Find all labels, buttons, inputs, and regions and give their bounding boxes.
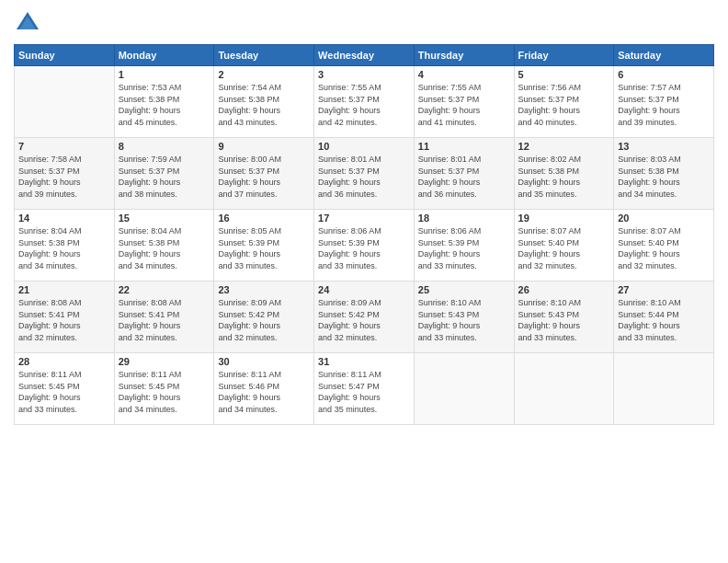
calendar-cell: 3Sunrise: 7:55 AM Sunset: 5:37 PM Daylig… bbox=[314, 66, 415, 138]
header-day: Wednesday bbox=[314, 45, 415, 66]
day-number: 4 bbox=[418, 69, 510, 80]
header-day: Sunday bbox=[15, 45, 115, 66]
calendar-cell: 8Sunrise: 7:59 AM Sunset: 5:37 PM Daylig… bbox=[114, 138, 214, 210]
day-info: Sunrise: 8:06 AM Sunset: 5:39 PM Dayligh… bbox=[418, 225, 510, 271]
header bbox=[14, 9, 714, 37]
calendar-cell: 6Sunrise: 7:57 AM Sunset: 5:37 PM Daylig… bbox=[614, 66, 714, 138]
calendar-cell: 2Sunrise: 7:54 AM Sunset: 5:38 PM Daylig… bbox=[214, 66, 314, 138]
day-info: Sunrise: 7:56 AM Sunset: 5:37 PM Dayligh… bbox=[518, 82, 610, 128]
calendar-cell bbox=[514, 353, 614, 425]
calendar-cell: 9Sunrise: 8:00 AM Sunset: 5:37 PM Daylig… bbox=[214, 138, 314, 210]
calendar-week-row: 28Sunrise: 8:11 AM Sunset: 5:45 PM Dayli… bbox=[15, 353, 714, 425]
day-number: 20 bbox=[618, 213, 710, 224]
day-number: 15 bbox=[119, 213, 210, 224]
day-info: Sunrise: 8:07 AM Sunset: 5:40 PM Dayligh… bbox=[618, 225, 710, 271]
day-number: 8 bbox=[119, 141, 210, 152]
calendar-cell: 27Sunrise: 8:10 AM Sunset: 5:44 PM Dayli… bbox=[614, 282, 714, 353]
calendar-cell: 7Sunrise: 7:58 AM Sunset: 5:37 PM Daylig… bbox=[15, 138, 115, 210]
day-number: 13 bbox=[618, 141, 710, 152]
day-info: Sunrise: 8:00 AM Sunset: 5:37 PM Dayligh… bbox=[218, 154, 310, 200]
day-number: 30 bbox=[218, 356, 310, 367]
day-number: 2 bbox=[218, 69, 310, 80]
calendar-week-row: 7Sunrise: 7:58 AM Sunset: 5:37 PM Daylig… bbox=[15, 138, 714, 210]
day-number: 22 bbox=[119, 284, 210, 295]
day-number: 24 bbox=[318, 284, 410, 295]
day-info: Sunrise: 8:03 AM Sunset: 5:38 PM Dayligh… bbox=[618, 154, 710, 200]
header-row: SundayMondayTuesdayWednesdayThursdayFrid… bbox=[15, 45, 714, 66]
day-number: 25 bbox=[418, 284, 510, 295]
day-number: 21 bbox=[18, 284, 110, 295]
calendar-cell: 4Sunrise: 7:55 AM Sunset: 5:37 PM Daylig… bbox=[414, 66, 514, 138]
day-info: Sunrise: 8:07 AM Sunset: 5:40 PM Dayligh… bbox=[518, 225, 610, 271]
day-number: 11 bbox=[418, 141, 510, 152]
day-info: Sunrise: 8:04 AM Sunset: 5:38 PM Dayligh… bbox=[119, 225, 210, 271]
calendar-cell: 5Sunrise: 7:56 AM Sunset: 5:37 PM Daylig… bbox=[514, 66, 614, 138]
day-info: Sunrise: 8:06 AM Sunset: 5:39 PM Dayligh… bbox=[318, 225, 410, 271]
calendar-week-row: 21Sunrise: 8:08 AM Sunset: 5:41 PM Dayli… bbox=[15, 282, 714, 353]
day-number: 14 bbox=[18, 213, 110, 224]
header-day: Saturday bbox=[614, 45, 714, 66]
day-info: Sunrise: 7:57 AM Sunset: 5:37 PM Dayligh… bbox=[618, 82, 710, 128]
calendar-cell: 18Sunrise: 8:06 AM Sunset: 5:39 PM Dayli… bbox=[414, 210, 514, 282]
calendar-cell: 10Sunrise: 8:01 AM Sunset: 5:37 PM Dayli… bbox=[314, 138, 415, 210]
header-day: Thursday bbox=[414, 45, 514, 66]
day-info: Sunrise: 8:11 AM Sunset: 5:47 PM Dayligh… bbox=[318, 369, 410, 415]
day-number: 26 bbox=[518, 284, 610, 295]
header-day: Friday bbox=[514, 45, 614, 66]
calendar-cell: 31Sunrise: 8:11 AM Sunset: 5:47 PM Dayli… bbox=[314, 353, 415, 425]
day-number: 17 bbox=[318, 213, 410, 224]
day-info: Sunrise: 7:58 AM Sunset: 5:37 PM Dayligh… bbox=[18, 154, 110, 200]
day-number: 5 bbox=[518, 69, 610, 80]
calendar-cell: 24Sunrise: 8:09 AM Sunset: 5:42 PM Dayli… bbox=[314, 282, 415, 353]
day-info: Sunrise: 7:55 AM Sunset: 5:37 PM Dayligh… bbox=[318, 82, 410, 128]
calendar-cell: 11Sunrise: 8:01 AM Sunset: 5:37 PM Dayli… bbox=[414, 138, 514, 210]
day-number: 23 bbox=[218, 284, 310, 295]
day-number: 12 bbox=[518, 141, 610, 152]
calendar-cell: 25Sunrise: 8:10 AM Sunset: 5:43 PM Dayli… bbox=[414, 282, 514, 353]
calendar-week-row: 1Sunrise: 7:53 AM Sunset: 5:38 PM Daylig… bbox=[15, 66, 714, 138]
calendar-cell: 22Sunrise: 8:08 AM Sunset: 5:41 PM Dayli… bbox=[114, 282, 214, 353]
day-info: Sunrise: 8:05 AM Sunset: 5:39 PM Dayligh… bbox=[218, 225, 310, 271]
day-info: Sunrise: 8:01 AM Sunset: 5:37 PM Dayligh… bbox=[318, 154, 410, 200]
calendar-table: SundayMondayTuesdayWednesdayThursdayFrid… bbox=[14, 44, 714, 425]
calendar-cell: 21Sunrise: 8:08 AM Sunset: 5:41 PM Dayli… bbox=[15, 282, 115, 353]
day-info: Sunrise: 8:01 AM Sunset: 5:37 PM Dayligh… bbox=[418, 154, 510, 200]
day-number: 10 bbox=[318, 141, 410, 152]
calendar-cell: 28Sunrise: 8:11 AM Sunset: 5:45 PM Dayli… bbox=[15, 353, 115, 425]
day-info: Sunrise: 7:59 AM Sunset: 5:37 PM Dayligh… bbox=[119, 154, 210, 200]
day-number: 28 bbox=[18, 356, 110, 367]
logo bbox=[14, 9, 45, 37]
calendar-cell: 16Sunrise: 8:05 AM Sunset: 5:39 PM Dayli… bbox=[214, 210, 314, 282]
day-info: Sunrise: 8:02 AM Sunset: 5:38 PM Dayligh… bbox=[518, 154, 610, 200]
day-info: Sunrise: 7:54 AM Sunset: 5:38 PM Dayligh… bbox=[218, 82, 310, 128]
calendar-cell: 19Sunrise: 8:07 AM Sunset: 5:40 PM Dayli… bbox=[514, 210, 614, 282]
calendar-cell: 1Sunrise: 7:53 AM Sunset: 5:38 PM Daylig… bbox=[114, 66, 214, 138]
calendar-cell bbox=[15, 66, 115, 138]
calendar-cell: 14Sunrise: 8:04 AM Sunset: 5:38 PM Dayli… bbox=[15, 210, 115, 282]
calendar-week-row: 14Sunrise: 8:04 AM Sunset: 5:38 PM Dayli… bbox=[15, 210, 714, 282]
calendar-cell: 29Sunrise: 8:11 AM Sunset: 5:45 PM Dayli… bbox=[114, 353, 214, 425]
calendar-cell: 23Sunrise: 8:09 AM Sunset: 5:42 PM Dayli… bbox=[214, 282, 314, 353]
calendar-cell: 30Sunrise: 8:11 AM Sunset: 5:46 PM Dayli… bbox=[214, 353, 314, 425]
day-info: Sunrise: 8:11 AM Sunset: 5:45 PM Dayligh… bbox=[18, 369, 110, 415]
logo-icon bbox=[14, 9, 41, 37]
day-info: Sunrise: 8:09 AM Sunset: 5:42 PM Dayligh… bbox=[218, 297, 310, 343]
calendar-cell bbox=[414, 353, 514, 425]
day-number: 9 bbox=[218, 141, 310, 152]
day-info: Sunrise: 8:09 AM Sunset: 5:42 PM Dayligh… bbox=[318, 297, 410, 343]
day-number: 27 bbox=[618, 284, 710, 295]
day-number: 7 bbox=[18, 141, 110, 152]
day-number: 3 bbox=[318, 69, 410, 80]
calendar-cell: 20Sunrise: 8:07 AM Sunset: 5:40 PM Dayli… bbox=[614, 210, 714, 282]
calendar-cell: 26Sunrise: 8:10 AM Sunset: 5:43 PM Dayli… bbox=[514, 282, 614, 353]
day-number: 16 bbox=[218, 213, 310, 224]
day-info: Sunrise: 8:04 AM Sunset: 5:38 PM Dayligh… bbox=[18, 225, 110, 271]
calendar-cell: 15Sunrise: 8:04 AM Sunset: 5:38 PM Dayli… bbox=[114, 210, 214, 282]
day-number: 6 bbox=[618, 69, 710, 80]
calendar-cell: 12Sunrise: 8:02 AM Sunset: 5:38 PM Dayli… bbox=[514, 138, 614, 210]
day-info: Sunrise: 8:11 AM Sunset: 5:45 PM Dayligh… bbox=[119, 369, 210, 415]
header-day: Monday bbox=[114, 45, 214, 66]
header-day: Tuesday bbox=[214, 45, 314, 66]
day-number: 18 bbox=[418, 213, 510, 224]
day-info: Sunrise: 7:55 AM Sunset: 5:37 PM Dayligh… bbox=[418, 82, 510, 128]
